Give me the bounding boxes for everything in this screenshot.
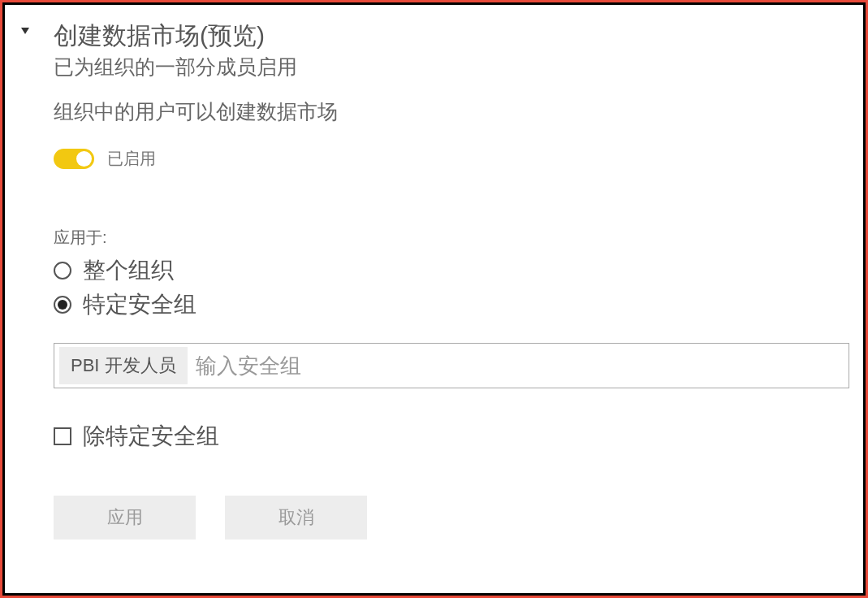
setting-description: 组织中的用户可以创建数据市场 <box>54 98 839 125</box>
security-group-input-container[interactable]: PBI 开发人员 <box>54 343 849 388</box>
radio-specific-groups[interactable]: 特定安全组 <box>54 289 839 320</box>
except-groups-checkbox-row[interactable]: 除特定安全组 <box>54 421 839 452</box>
checkbox-icon <box>54 427 71 445</box>
enable-toggle[interactable] <box>54 149 94 169</box>
radio-label-specific-groups: 特定安全组 <box>83 289 196 320</box>
toggle-knob <box>76 151 92 167</box>
radio-entire-org[interactable]: 整个组织 <box>54 255 839 286</box>
radio-circle-icon <box>54 262 71 280</box>
cancel-button[interactable]: 取消 <box>225 496 367 540</box>
radio-label-entire-org: 整个组织 <box>83 255 174 286</box>
collapse-triangle-icon[interactable] <box>21 28 29 34</box>
apply-button[interactable]: 应用 <box>54 496 196 540</box>
applies-to-label: 应用于: <box>54 227 839 249</box>
applies-to-radio-group: 整个组织 特定安全组 <box>54 255 839 320</box>
toggle-label: 已启用 <box>107 148 156 170</box>
security-group-input[interactable] <box>196 353 844 379</box>
setting-subtitle: 已为组织的一部分成员启用 <box>54 54 839 80</box>
setting-title: 创建数据市场(预览) <box>54 21 839 50</box>
radio-dot-icon <box>58 300 67 310</box>
security-group-chip[interactable]: PBI 开发人员 <box>59 347 188 384</box>
except-groups-label: 除特定安全组 <box>83 421 219 452</box>
radio-circle-icon <box>54 296 71 314</box>
